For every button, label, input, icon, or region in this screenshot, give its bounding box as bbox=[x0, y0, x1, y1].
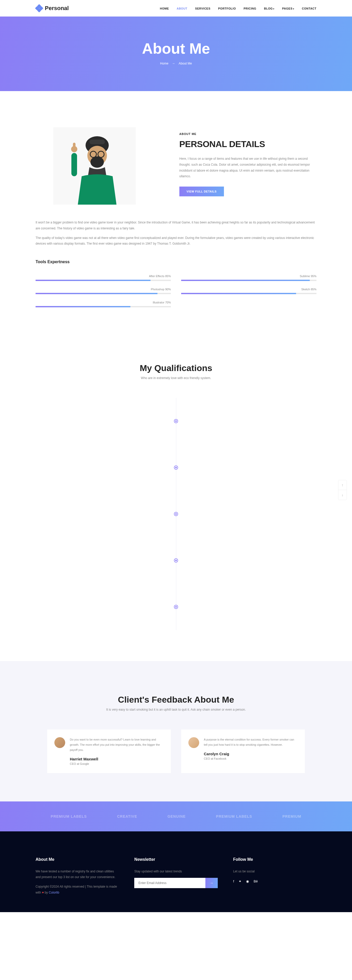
progress-bar bbox=[181, 280, 316, 281]
breadcrumb: Home → About Me bbox=[0, 62, 352, 65]
person-photo bbox=[53, 127, 136, 205]
dribbble-icon[interactable]: ◉ bbox=[246, 879, 249, 883]
skill-label: Sublime 95% bbox=[181, 275, 316, 278]
brands-section: PREMIUM LABELSCREATIVEGENUINEPREMIUM LAB… bbox=[0, 802, 352, 831]
skill-item: Illustrator 70% bbox=[36, 301, 171, 307]
brand-logo[interactable]: CREATIVE bbox=[117, 815, 137, 818]
svg-rect-7 bbox=[71, 153, 77, 176]
review-card: A purpose is the eternal condition for s… bbox=[181, 729, 305, 773]
newsletter-text: Stay updated with our latest trends bbox=[134, 869, 217, 875]
brand-logo[interactable]: PREMIUM LABELS bbox=[51, 815, 87, 818]
footer-about-text: We have tested a number of registry fix … bbox=[36, 869, 119, 880]
quals-subtitle: Who are in extremely love with eco frien… bbox=[36, 376, 316, 380]
brand-logo[interactable]: PREMIUM LABELS bbox=[216, 815, 252, 818]
email-input[interactable] bbox=[134, 878, 205, 888]
about-paragraph-1: It won't be a bigger problem to find one… bbox=[36, 220, 316, 231]
logo[interactable]: Personal bbox=[36, 5, 69, 12]
breadcrumb-home[interactable]: Home bbox=[160, 62, 168, 65]
feedback-section: Client's Feedback About Me It is very ea… bbox=[0, 661, 352, 801]
about-intro: Here, I focus on a range of items and fe… bbox=[179, 156, 316, 179]
nav-portfolio[interactable]: PORTFOLIO bbox=[218, 7, 236, 10]
skill-label: Sketch 85% bbox=[181, 288, 316, 291]
skills-title: Tools Expertness bbox=[36, 259, 316, 264]
reviewer-name: Carolyn Craig bbox=[204, 752, 298, 756]
follow-text: Let us be social bbox=[233, 869, 316, 875]
reviewer-role: CEO at Facebook bbox=[204, 757, 298, 760]
brand-logo[interactable]: PREMIUM bbox=[282, 815, 301, 818]
view-details-button[interactable]: VIEW FULL DETAILS bbox=[179, 186, 224, 196]
scroll-down-button[interactable]: ↓ bbox=[338, 490, 347, 500]
about-heading: PERSONAL DETAILS bbox=[179, 139, 316, 149]
scroll-up-button[interactable]: ↑ bbox=[338, 480, 347, 490]
skill-item: Sublime 95% bbox=[181, 275, 316, 281]
timeline bbox=[60, 398, 292, 630]
review-text: Do you want to be even more successful? … bbox=[70, 737, 163, 752]
svg-rect-9 bbox=[73, 143, 76, 150]
header: Personal HOMEABOUTSERVICESPORTFOLIOPRICI… bbox=[0, 0, 352, 16]
breadcrumb-current: About Me bbox=[179, 62, 192, 65]
review-text: A purpose is the eternal condition for s… bbox=[204, 737, 298, 748]
nav-blog[interactable]: BLOG▾ bbox=[264, 7, 274, 10]
progress-bar bbox=[36, 280, 171, 281]
nav-pricing[interactable]: PRICING bbox=[244, 7, 256, 10]
follow-heading: Follow Me bbox=[233, 857, 316, 862]
footer-copyright: Copyright ©2024 All rights reserved | Th… bbox=[36, 884, 119, 896]
reviewer-name: Harriet Maxwell bbox=[70, 757, 163, 761]
feedback-subtitle: It is very easy to start smoking but it … bbox=[36, 708, 316, 711]
progress-bar bbox=[36, 293, 171, 294]
timeline-dot bbox=[174, 512, 178, 516]
nav-services[interactable]: SERVICES bbox=[195, 7, 210, 10]
chevron-down-icon: ▾ bbox=[293, 8, 294, 10]
timeline-dot bbox=[174, 605, 178, 609]
footer: About Me We have tested a number of regi… bbox=[0, 831, 352, 912]
arrow-right-icon: → bbox=[172, 62, 175, 65]
about-paragraph-2: The quality of today's video game was no… bbox=[36, 235, 316, 247]
reviewer-role: CEO at Google bbox=[70, 762, 163, 765]
skill-item: Sketch 85% bbox=[181, 288, 316, 294]
nav-contact[interactable]: CONTACT bbox=[302, 7, 316, 10]
logo-text: Personal bbox=[45, 5, 69, 12]
svg-rect-2 bbox=[89, 140, 105, 144]
skills-grid: After Effects 85%Photoshop 90%Illustrato… bbox=[36, 275, 316, 314]
banner: About Me Home → About Me bbox=[0, 16, 352, 91]
skill-item: Photoshop 90% bbox=[36, 288, 171, 294]
progress-bar bbox=[181, 293, 316, 294]
svg-point-6 bbox=[90, 156, 104, 168]
about-image bbox=[36, 127, 154, 205]
timeline-dot bbox=[174, 419, 178, 423]
skill-label: Illustrator 70% bbox=[36, 301, 171, 304]
review-card: Do you want to be even more successful? … bbox=[47, 729, 171, 773]
nav-pages[interactable]: PAGES▾ bbox=[282, 7, 294, 10]
logo-icon bbox=[36, 5, 43, 12]
skill-label: Photoshop 90% bbox=[36, 288, 171, 291]
side-nav: ↑ ↓ bbox=[338, 480, 347, 500]
quals-title: My Qualifications bbox=[36, 363, 316, 373]
qualifications-section: My Qualifications Who are in extremely l… bbox=[0, 329, 352, 661]
footer-about-heading: About Me bbox=[36, 857, 119, 862]
nav-home[interactable]: HOME bbox=[160, 7, 169, 10]
nav-about[interactable]: ABOUT bbox=[176, 7, 187, 10]
avatar bbox=[189, 737, 199, 748]
feedback-title: Client's Feedback About Me bbox=[36, 695, 316, 705]
heart-icon: ♥ bbox=[42, 891, 44, 894]
footer-follow: Follow Me Let us be social f ✦ ◉ Bē bbox=[233, 857, 316, 899]
timeline-dot bbox=[174, 466, 178, 469]
about-eyebrow: ABOUT ME bbox=[179, 132, 316, 135]
behance-icon[interactable]: Bē bbox=[254, 879, 258, 883]
subscribe-button[interactable]: → bbox=[205, 878, 218, 888]
facebook-icon[interactable]: f bbox=[233, 879, 234, 883]
footer-about: About Me We have tested a number of regi… bbox=[36, 857, 119, 899]
skill-label: After Effects 85% bbox=[36, 275, 171, 278]
twitter-icon[interactable]: ✦ bbox=[239, 879, 241, 883]
brand-logo[interactable]: GENUINE bbox=[168, 815, 186, 818]
avatar bbox=[54, 737, 65, 748]
footer-newsletter: Newsletter Stay updated with our latest … bbox=[134, 857, 217, 899]
progress-bar bbox=[36, 306, 171, 307]
chevron-down-icon: ▾ bbox=[273, 8, 274, 10]
newsletter-heading: Newsletter bbox=[134, 857, 217, 862]
about-section: ABOUT ME PERSONAL DETAILS Here, I focus … bbox=[0, 91, 352, 329]
colorlib-link[interactable]: Colorlib bbox=[49, 891, 59, 894]
page-title: About Me bbox=[0, 40, 352, 57]
skill-item: After Effects 85% bbox=[36, 275, 171, 281]
timeline-dot bbox=[174, 558, 178, 563]
